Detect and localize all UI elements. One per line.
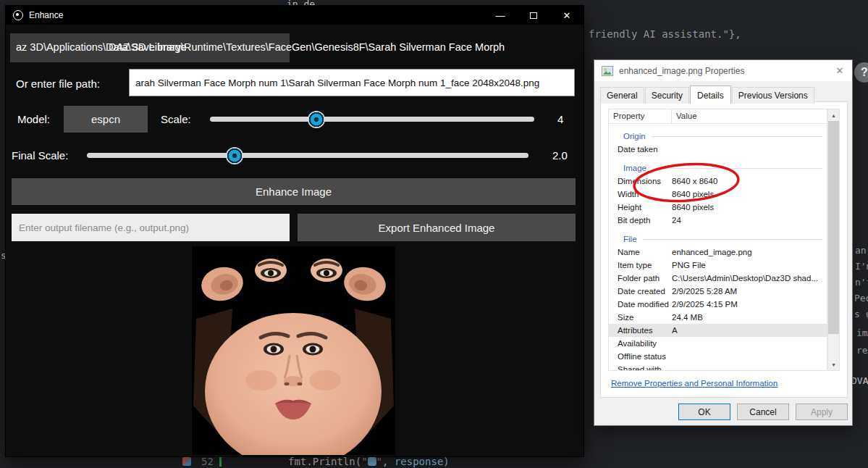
property-row-name[interactable]: Nameenhanced_image.png	[609, 246, 827, 259]
file-path-label: Or enter file path:	[16, 78, 100, 90]
final-scale-label: Final Scale:	[12, 149, 68, 162]
model-select-button[interactable]: espcn	[64, 106, 148, 133]
properties-list-header[interactable]: Property Value	[609, 109, 827, 124]
tab-general[interactable]: General	[600, 87, 644, 104]
export-enhanced-image-button[interactable]: Export Enhanced Image	[298, 214, 576, 241]
property-row-attributes[interactable]: AttributesA	[609, 324, 827, 337]
close-button[interactable]: ✕	[550, 6, 583, 25]
property-row-bit-depth[interactable]: Bit depth24	[609, 214, 827, 227]
property-row-offline-status[interactable]: Offline status	[609, 350, 827, 363]
editor-change-bar	[219, 456, 222, 467]
editor-line-number: 52	[201, 456, 214, 467]
ok-button[interactable]: OK	[678, 404, 730, 420]
final-scale-slider-track[interactable]	[87, 153, 528, 158]
property-row-height[interactable]: Height8640 pixels	[609, 201, 827, 214]
tab-details[interactable]: Details	[690, 85, 731, 104]
code-fragment: s u	[854, 309, 868, 319]
app-icon	[13, 10, 23, 20]
scroll-down-icon[interactable]: ▼	[828, 359, 839, 370]
face-texture-image	[192, 246, 395, 455]
code-fragment: n't	[855, 277, 868, 288]
maximize-icon	[530, 12, 537, 19]
scale-slider-thumb[interactable]	[308, 111, 325, 128]
remove-properties-link[interactable]: Remove Properties and Personal Informati…	[611, 379, 778, 388]
properties-title: enhanced_image.png Properties	[619, 66, 744, 76]
property-row-date-modified[interactable]: Date modified2/9/2025 4:15 PM	[609, 298, 827, 311]
scrollbar[interactable]: ▲ ▼	[827, 109, 840, 371]
code-quote-open: "	[361, 456, 367, 467]
tab-security[interactable]: Security	[645, 87, 689, 104]
column-header-value[interactable]: Value	[672, 109, 697, 123]
code-call: fmt.Println(	[288, 456, 361, 467]
final-scale-slider-thumb[interactable]	[226, 147, 243, 164]
cancel-button[interactable]: Cancel	[737, 404, 789, 420]
help-icon[interactable]: ?	[854, 62, 868, 83]
scale-slider-track[interactable]	[210, 117, 534, 122]
image-preview	[192, 246, 395, 455]
model-label: Model:	[17, 113, 50, 125]
code-fragment: Ped	[854, 293, 868, 304]
properties-list: Property Value OriginDate takenImageDime…	[608, 109, 827, 371]
enhance-image-button[interactable]: Enhance Image	[12, 178, 576, 205]
properties-list-rows: OriginDate takenImageDimensions8640 x 86…	[609, 124, 827, 371]
property-row-availability[interactable]: Availability	[609, 337, 827, 350]
code-fragment: I'm	[855, 261, 868, 272]
property-group-image[interactable]: Image	[609, 156, 827, 175]
property-row-date-created[interactable]: Date created2/9/2025 5:28 AM	[609, 285, 827, 298]
final-scale-value: 2.0	[552, 149, 568, 162]
tab-previous-versions[interactable]: Previous Versions	[732, 87, 814, 104]
property-row-item-type[interactable]: Item typePNG File	[609, 259, 827, 272]
dialog-close-icon[interactable]: ✕	[827, 60, 852, 81]
enhance-titlebar[interactable]: Enhance — ✕	[6, 6, 583, 25]
scale-value: 4	[557, 113, 563, 125]
window-title: Enhance	[29, 10, 63, 20]
minimize-button[interactable]: —	[484, 6, 517, 25]
property-row-dimensions[interactable]: Dimensions8640 x 8640	[609, 175, 827, 188]
property-row-date-taken[interactable]: Date taken	[609, 143, 827, 156]
property-row-folder-path[interactable]: Folder pathC:\Users\Admin\Desktop\Daz3D …	[609, 272, 827, 285]
properties-titlebar[interactable]: enhanced_image.png Properties ✕	[594, 60, 852, 81]
enhance-window: Enhance — ✕ az 3D\Applications\Data\Save…	[6, 6, 583, 456]
code-fragment: DVA	[851, 375, 868, 386]
code-fragment: im	[856, 327, 868, 338]
column-header-property[interactable]: Property	[609, 109, 672, 123]
details-tab-page: Property Value OriginDate takenImageDime…	[600, 101, 848, 398]
scale-label: Scale:	[161, 113, 191, 125]
editor-gutter-icon	[182, 457, 191, 466]
properties-tabs: GeneralSecurityDetailsPrevious Versions	[600, 87, 815, 104]
code-fragment: an'	[855, 245, 868, 256]
property-row-width[interactable]: Width8640 pixels	[609, 188, 827, 201]
file-path-input[interactable]	[129, 69, 575, 96]
properties-dialog: enhanced_image.png Properties ✕ GeneralS…	[594, 59, 853, 426]
maximize-button[interactable]	[517, 6, 550, 25]
property-row-shared-with[interactable]: Shared with	[609, 363, 827, 371]
code-args: , response)	[382, 456, 450, 467]
code-fragment: re	[856, 345, 868, 356]
scrollbar-thumb[interactable]	[828, 121, 839, 334]
editor-bottom-line: 52 fmt.Println("", response)	[0, 455, 868, 468]
selected-path-text-front: DAZ 3D Library\Runtime\Textures\FaceGen\…	[109, 41, 583, 53]
property-group-origin[interactable]: Origin	[609, 124, 827, 143]
emoji-icon	[368, 457, 376, 466]
image-file-icon	[602, 66, 613, 76]
scroll-up-icon[interactable]: ▲	[828, 109, 839, 121]
property-group-file[interactable]: File	[609, 227, 827, 246]
editor-code-text: fmt.Println("", response)	[288, 456, 450, 467]
apply-button[interactable]: Apply	[796, 404, 848, 420]
output-filename-input[interactable]	[12, 214, 290, 241]
property-row-size[interactable]: Size24.4 MB	[609, 311, 827, 324]
code-quote-close: "	[376, 456, 382, 467]
code-fragment: friendly AI assistant."},	[589, 28, 741, 40]
